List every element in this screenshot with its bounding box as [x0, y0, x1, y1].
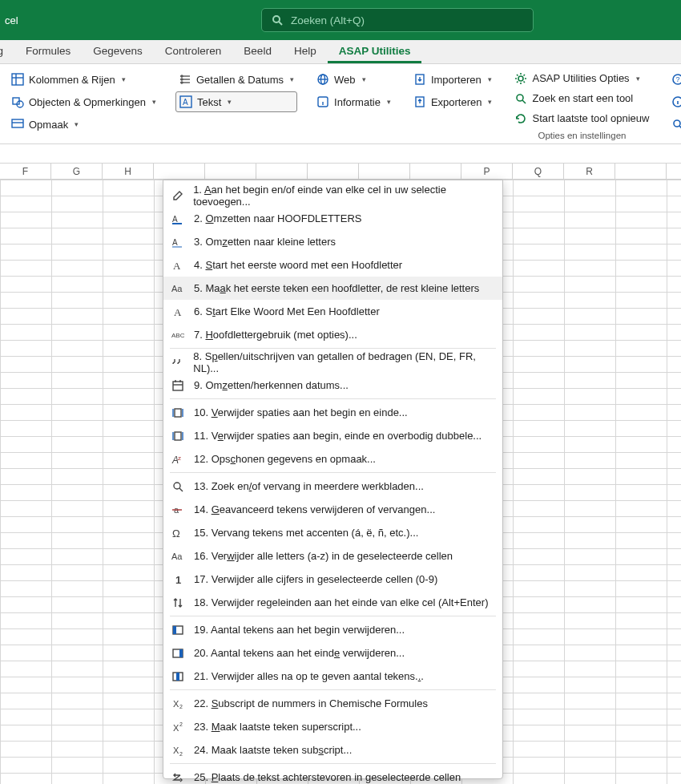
menu-item-6[interactable]: A6. Start Elke Woord Met Een Hoofdletter — [163, 300, 502, 323]
ribbon-tabs: g Formules Gegevens Controleren Beeld He… — [0, 40, 681, 64]
menu-item-label: 17. Verwijder alle cijfers in geselectee… — [194, 573, 437, 585]
svg-line-54 — [179, 488, 183, 491]
chevron-down-icon: ▾ — [290, 75, 294, 83]
column-header[interactable]: H — [103, 164, 154, 179]
cmd-exporteren[interactable]: Exporteren▾ — [410, 91, 496, 112]
menu-separator — [170, 472, 496, 473]
boxleft-icon — [170, 623, 186, 637]
cmd-tekst[interactable]: A Tekst▾ — [175, 91, 297, 112]
tab-gegevens[interactable]: Gegevens — [82, 40, 154, 63]
column-header[interactable] — [308, 164, 359, 179]
menu-item-label: 24. Maak laatste teken subscript... — [194, 744, 352, 756]
tab-beeld[interactable]: Beeld — [232, 40, 283, 63]
column-header[interactable] — [256, 164, 308, 179]
column-header[interactable]: P — [461, 164, 513, 179]
svg-point-53 — [174, 483, 180, 489]
menu-item-2[interactable]: A2. Omzetten naar HOOFDLETTERS — [163, 207, 502, 230]
menu-item-1[interactable]: 1. Aan het begin en/of einde van elke ce… — [163, 184, 502, 207]
column-header[interactable] — [205, 164, 256, 179]
column-header[interactable]: Q — [513, 164, 564, 179]
column-header[interactable] — [359, 164, 410, 179]
cmd-kolommen-rijen[interactable]: Kolommen & Rijen▾ — [8, 69, 159, 90]
cmd-help-in[interactable]: In — [668, 91, 681, 112]
column-header[interactable]: F — [0, 164, 51, 179]
search-icon — [514, 92, 527, 105]
refresh-icon — [514, 112, 527, 125]
column-header[interactable] — [410, 164, 461, 179]
Afirst-icon: A — [170, 258, 186, 273]
menu-item-18[interactable]: 18. Verwijder regeleinden aan het einde … — [163, 591, 502, 614]
cmd-web[interactable]: Web▾ — [313, 69, 394, 90]
menu-separator — [170, 689, 496, 690]
tab-cutoff[interactable]: g — [0, 40, 14, 63]
menu-item-9[interactable]: 9. Omzetten/herkennen datums... — [163, 374, 502, 397]
trimlr-icon — [170, 429, 186, 443]
column-header[interactable]: G — [51, 164, 103, 179]
menu-item-12[interactable]: Az12. Opschonen gegevens en opmaak... — [163, 447, 502, 471]
svg-point-30 — [673, 97, 681, 107]
tab-help[interactable]: Help — [283, 40, 328, 63]
menu-item-label: 7. Hoofdlettergebruik (met opties)... — [194, 329, 357, 341]
menu-item-11[interactable]: 11. Verwijder spaties aan begin, einde e… — [163, 424, 502, 447]
menu-item-5[interactable]: Aa5. Maak het eerste teken een hoofdlett… — [163, 277, 502, 300]
svg-text:2: 2 — [179, 704, 183, 709]
menu-item-20[interactable]: 20. Aantal tekens aan het einde verwijde… — [163, 641, 502, 665]
menu-item-7[interactable]: ABC7. Hoofdlettergebruik (met opties)... — [163, 323, 502, 346]
cmd-importeren[interactable]: Importeren▾ — [410, 69, 496, 90]
cmd-help-o[interactable]: ? O — [668, 69, 681, 90]
svg-text:A: A — [172, 238, 178, 247]
menu-item-3[interactable]: A3. Omzetten naar kleine letters — [163, 230, 502, 253]
chevron-down-icon: ▾ — [488, 75, 492, 83]
cmd-objecten-opmerkingen[interactable]: Objecten & Opmerkingen▾ — [8, 91, 159, 112]
svg-point-26 — [517, 95, 523, 101]
menu-item-10[interactable]: 10. Verwijder spaties aan het begin en e… — [163, 401, 502, 424]
text-icon: A — [179, 95, 192, 108]
zrev-icon — [170, 770, 186, 785]
cmd-asap-opties[interactable]: ASAP Utilities Opties▾ — [511, 69, 652, 87]
menu-item-21[interactable]: 21. Verwijder alles na op te geven aanta… — [163, 665, 502, 688]
menu-item-4[interactable]: A4. Start het eerste woord met een Hoofd… — [163, 253, 502, 277]
group-numbers-text: Getallen & Datums▾ A Tekst▾ — [167, 64, 305, 143]
column-header[interactable] — [615, 164, 667, 179]
svg-point-25 — [518, 76, 523, 81]
menu-item-15[interactable]: Ω15. Vervang tekens met accenten (á, ë, … — [163, 521, 502, 544]
cmd-getallen-datums[interactable]: Getallen & Datums▾ — [175, 69, 297, 90]
menu-item-13[interactable]: 13. Zoek en/of vervang in meerdere werkb… — [163, 475, 502, 498]
menu-item-8[interactable]: 8. Spellen/uitschrijven van getallen of … — [163, 350, 502, 374]
menu-item-17[interactable]: 117. Verwijder alle cijfers in geselecte… — [163, 568, 502, 591]
group-columns: Kolommen & Rijen▾ Objecten & Opmerkingen… — [0, 64, 167, 143]
svg-text:A: A — [172, 215, 178, 224]
menu-item-19[interactable]: 19. Aantal tekens aan het begin verwijde… — [163, 618, 502, 641]
cmd-start-laatste[interactable]: Start laatste tool opnieuw — [511, 109, 652, 127]
search-box[interactable]: Zoeken (Alt+Q) — [261, 8, 534, 32]
column-headers: FGHPQR — [0, 164, 681, 180]
objects-icon — [11, 95, 24, 108]
menu-separator — [170, 763, 496, 764]
menu-item-16[interactable]: Aa16. Verwijder alle letters (a-z) in de… — [163, 544, 502, 568]
menu-item-25[interactable]: 25. Plaats de tekst achterstevoren in ge… — [163, 766, 502, 784]
strike-icon: a — [170, 503, 186, 517]
titlebar: cel Zoeken (Alt+Q) — [0, 0, 681, 40]
menu-item-label: 15. Vervang tekens met accenten (á, ë, ñ… — [194, 527, 418, 539]
tab-formules[interactable]: Formules — [14, 40, 82, 63]
menu-item-22[interactable]: X222. Subscript de nummers in Chemische … — [163, 692, 502, 715]
tab-asap-utilities[interactable]: ASAP Utilities — [328, 40, 422, 63]
menu-item-label: 9. Omzetten/herkennen datums... — [194, 379, 349, 391]
menu-item-23[interactable]: X223. Maak laatste teken superscript... — [163, 715, 502, 738]
menu-item-24[interactable]: X224. Maak laatste teken subscript... — [163, 738, 502, 762]
tab-controleren[interactable]: Controleren — [154, 40, 233, 63]
cmd-informatie[interactable]: Informatie▾ — [313, 91, 394, 112]
menu-item-label: 23. Maak laatste teken superscript... — [194, 721, 361, 733]
aa2-icon: Aa — [170, 549, 186, 564]
cmd-zoek-start[interactable]: Zoek en start een tool — [511, 89, 652, 107]
cmd-help-g[interactable]: G — [668, 114, 681, 135]
export-icon — [413, 95, 426, 108]
x2-icon: X2 — [170, 697, 186, 711]
menu-item-14[interactable]: a14. Geavanceerd tekens verwijderen of v… — [163, 498, 502, 521]
cmd-opmaak[interactable]: Opmaak▾ — [8, 114, 159, 135]
menu-item-label: 1. Aan het begin en/of einde van elke ce… — [193, 184, 493, 208]
formula-bar[interactable] — [0, 144, 681, 164]
svg-rect-61 — [173, 626, 176, 634]
column-header[interactable] — [154, 164, 205, 179]
column-header[interactable]: R — [564, 164, 615, 179]
